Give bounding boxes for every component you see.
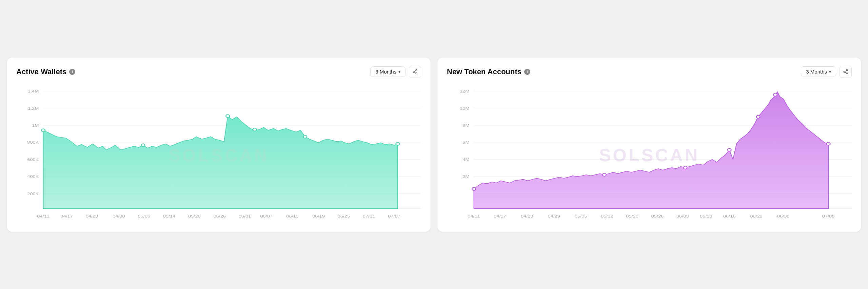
svg-text:1M: 1M [32, 123, 39, 127]
active-wallets-title: Active Wallets [16, 67, 66, 76]
svg-text:06/22: 06/22 [750, 214, 763, 218]
svg-point-20 [41, 129, 45, 131]
svg-point-62 [603, 173, 606, 176]
svg-point-64 [728, 148, 731, 151]
active-wallets-title-group: Active Wallets i [16, 67, 75, 76]
svg-text:800K: 800K [27, 140, 39, 144]
svg-text:06/30: 06/30 [777, 214, 789, 218]
svg-point-63 [684, 166, 687, 169]
new-token-accounts-info-icon[interactable]: i [524, 69, 530, 75]
share-icon [412, 69, 418, 75]
active-wallets-card: Active Wallets i 3 Months ▾ SOLSCAN [7, 58, 431, 232]
charts-container: Active Wallets i 3 Months ▾ SOLSCAN [7, 58, 861, 232]
active-wallets-svg: 1.4M 1.2M 1M 800K 600K 400K 200K [16, 84, 421, 226]
svg-text:1.2M: 1.2M [28, 106, 39, 110]
new-token-accounts-share-button[interactable] [840, 66, 852, 78]
svg-text:04/30: 04/30 [113, 214, 125, 218]
svg-text:04/29: 04/29 [548, 214, 560, 218]
svg-line-4 [414, 70, 416, 71]
svg-text:04/17: 04/17 [60, 214, 73, 218]
svg-text:07/01: 07/01 [363, 214, 375, 218]
svg-text:1.4M: 1.4M [28, 89, 39, 93]
svg-point-26 [396, 142, 400, 145]
svg-text:600K: 600K [27, 157, 39, 162]
svg-text:05/06: 05/06 [138, 214, 150, 218]
svg-text:06/13: 06/13 [286, 214, 298, 218]
new-token-accounts-chart-area: SOLSCAN 12M 10M 8M 6M 4M 2M [447, 84, 852, 226]
svg-point-24 [253, 128, 257, 131]
active-wallets-header: Active Wallets i 3 Months ▾ [16, 66, 421, 78]
svg-text:6M: 6M [462, 140, 469, 144]
active-wallets-period-label: 3 Months [375, 69, 396, 75]
svg-text:06/03: 06/03 [676, 214, 689, 218]
svg-text:2M: 2M [462, 174, 469, 179]
svg-text:200K: 200K [27, 191, 39, 196]
active-wallets-share-button[interactable] [409, 66, 421, 78]
svg-text:05/20: 05/20 [188, 214, 200, 218]
svg-text:05/05: 05/05 [575, 214, 587, 218]
svg-text:06/25: 06/25 [338, 214, 350, 218]
svg-text:07/07: 07/07 [388, 214, 400, 218]
new-token-accounts-svg: 12M 10M 8M 6M 4M 2M [447, 84, 852, 226]
new-token-accounts-card: New Token Accounts i 3 Months ▾ SOLSCAN [437, 58, 861, 232]
svg-text:05/14: 05/14 [163, 214, 175, 218]
new-token-accounts-period-selector[interactable]: 3 Months ▾ [801, 66, 836, 77]
new-token-accounts-controls: 3 Months ▾ [801, 66, 852, 78]
new-token-accounts-chevron-icon: ▾ [829, 69, 831, 74]
new-token-accounts-header: New Token Accounts i 3 Months ▾ [447, 66, 852, 78]
active-wallets-info-icon[interactable]: i [69, 69, 75, 75]
svg-text:4M: 4M [462, 157, 469, 162]
svg-text:8M: 8M [462, 123, 469, 127]
svg-text:05/12: 05/12 [601, 214, 613, 218]
svg-text:04/17: 04/17 [494, 214, 506, 218]
svg-line-46 [845, 70, 847, 71]
svg-text:04/11: 04/11 [468, 214, 480, 218]
svg-point-61 [472, 187, 476, 190]
active-wallets-controls: 3 Months ▾ [370, 66, 421, 78]
svg-point-65 [756, 115, 760, 118]
svg-line-45 [845, 72, 847, 73]
new-token-accounts-title: New Token Accounts [447, 67, 521, 76]
svg-point-66 [773, 93, 777, 96]
new-token-accounts-period-label: 3 Months [806, 69, 827, 75]
active-wallets-chevron-icon: ▾ [398, 69, 400, 74]
svg-point-22 [226, 115, 230, 117]
svg-text:04/23: 04/23 [521, 214, 533, 218]
active-wallets-period-selector[interactable]: 3 Months ▾ [370, 66, 406, 77]
new-token-accounts-title-group: New Token Accounts i [447, 67, 530, 76]
svg-point-25 [303, 135, 307, 138]
svg-text:400K: 400K [27, 174, 39, 179]
svg-text:05/26: 05/26 [213, 214, 225, 218]
svg-text:06/10: 06/10 [700, 214, 712, 218]
svg-text:07/08: 07/08 [822, 214, 834, 218]
svg-text:10M: 10M [460, 106, 469, 110]
svg-point-21 [141, 144, 145, 146]
svg-text:06/01: 06/01 [239, 214, 251, 218]
active-wallets-chart-area: SOLSCAN 1.4M 1.2M 1M 800K 600K 400K 200K [16, 84, 421, 226]
svg-line-3 [414, 72, 416, 73]
share-icon-2 [843, 69, 848, 75]
svg-text:06/16: 06/16 [723, 214, 735, 218]
svg-text:06/07: 06/07 [260, 214, 272, 218]
svg-text:04/23: 04/23 [86, 214, 98, 218]
svg-text:06/19: 06/19 [312, 214, 324, 218]
svg-text:12M: 12M [460, 89, 469, 93]
svg-point-67 [827, 142, 830, 145]
svg-text:05/26: 05/26 [651, 214, 664, 218]
svg-text:04/11: 04/11 [37, 214, 49, 218]
svg-text:05/20: 05/20 [626, 214, 638, 218]
